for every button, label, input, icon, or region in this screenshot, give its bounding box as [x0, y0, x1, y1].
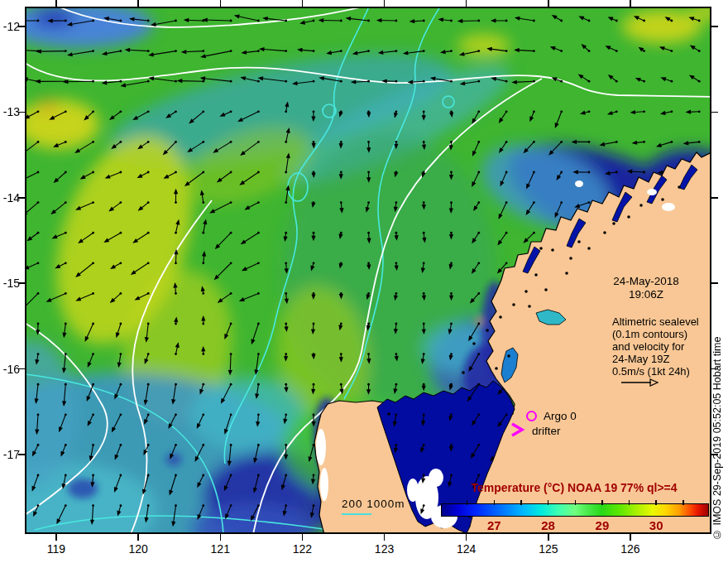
x-axis-tick — [384, 0, 386, 7]
x-axis-tick — [466, 0, 467, 7]
depth-contour-sample-line — [342, 513, 371, 515]
colorbar-tick — [548, 500, 549, 505]
observation-date: 24-May-2018 — [592, 275, 700, 287]
y-tick-label: -12 — [0, 21, 20, 32]
colorbar-tick — [467, 500, 468, 505]
y-axis-tick — [711, 26, 718, 27]
colorbar-tick — [494, 500, 496, 505]
map-canvas — [25, 7, 711, 534]
x-axis-tick — [548, 0, 549, 7]
x-axis-tick — [302, 534, 304, 541]
drifter-label: drifter — [532, 425, 561, 437]
x-tick-label: 126 — [612, 543, 649, 555]
x-tick-label: 120 — [120, 543, 156, 555]
legend-line-4: 24-May 19Z — [612, 353, 669, 365]
x-tick-label: 119 — [38, 543, 74, 555]
observation-time: 19:06Z — [592, 288, 700, 301]
x-axis-tick — [220, 534, 222, 541]
x-axis-tick — [630, 534, 631, 541]
colorbar-tick-label: 29 — [586, 518, 619, 532]
x-tick-label: 121 — [202, 543, 238, 555]
colorbar-tick-label: 28 — [532, 518, 565, 532]
colorbar-tick — [520, 500, 522, 505]
x-axis-tick — [55, 0, 57, 7]
credit-text: © IMOS 29-Sep-2019 05:52:05 Hobart time — [711, 108, 728, 540]
colorbar-tick — [575, 500, 577, 505]
x-axis-tick — [548, 534, 549, 541]
x-axis-tick — [302, 0, 304, 7]
colorbar-tick — [682, 500, 684, 505]
colorbar-tick-label: 30 — [639, 518, 673, 532]
colorbar-tick-label: 27 — [477, 518, 510, 532]
argo-float-marker-icon[interactable] — [526, 411, 537, 421]
y-tick-label: -13 — [0, 106, 20, 118]
legend-line-5: 0.5m/s (1kt 24h) — [612, 365, 690, 378]
legend-line-3: and velocity for — [612, 340, 684, 353]
y-tick-label: -14 — [0, 192, 20, 204]
x-axis-tick — [55, 534, 57, 541]
legend-line-2: (0.1m contours) — [612, 328, 687, 340]
colorbar — [441, 503, 709, 517]
x-axis-tick — [630, 0, 631, 7]
x-axis-tick — [466, 534, 467, 541]
x-tick-label: 125 — [530, 543, 567, 555]
legend-line-1: Altimetric sealevel — [612, 315, 699, 328]
argo-label: Argo 0 — [544, 410, 577, 422]
drifter-marker-icon[interactable] — [510, 422, 526, 437]
sst-map-figure: 119120121122123124125126-12-13-14-15-16-… — [0, 0, 728, 563]
y-tick-label: -17 — [0, 449, 20, 460]
x-axis-tick — [137, 534, 139, 541]
x-axis-tick — [220, 0, 222, 7]
y-tick-label: -15 — [0, 277, 20, 289]
colorbar-tick — [601, 500, 603, 505]
colorbar-tick — [655, 500, 657, 505]
x-axis-tick — [137, 0, 139, 7]
x-tick-label: 124 — [448, 543, 485, 555]
x-tick-label: 122 — [284, 543, 320, 555]
depth-legend-label: 200 1000m — [342, 498, 405, 510]
colorbar-tick — [629, 500, 630, 505]
x-tick-label: 123 — [366, 543, 403, 555]
velocity-scale-arrow-icon — [620, 378, 659, 387]
y-tick-label: -16 — [0, 363, 20, 375]
x-axis-tick — [384, 534, 386, 541]
colorbar-title: Temperature (°C) NOAA 19 77% ql>=4 — [441, 481, 707, 494]
